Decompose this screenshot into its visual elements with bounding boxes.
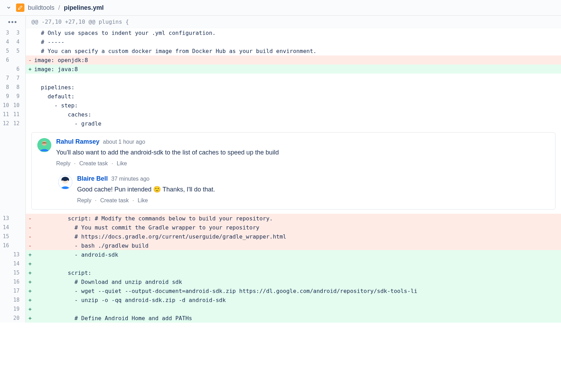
gutter-row[interactable]: 16 xyxy=(0,277,25,286)
code-line[interactable]: caches: xyxy=(26,110,561,119)
code-content: - step: xyxy=(34,102,78,109)
gutter-row[interactable]: 77 xyxy=(0,74,25,83)
comment-text: You'll also want to add the android-sdk … xyxy=(56,148,549,157)
gutter-row[interactable]: 15 xyxy=(0,268,25,277)
comment-author[interactable]: Rahul Ramsey xyxy=(56,138,99,145)
like-button[interactable]: Like xyxy=(137,197,148,203)
file-path[interactable]: buildtools / pipelines.yml xyxy=(28,4,104,12)
old-line-number: 10 xyxy=(0,102,10,108)
gutter-row[interactable]: 55 xyxy=(0,46,25,55)
gutter-row[interactable]: 88 xyxy=(0,83,25,92)
gutter-row[interactable]: 6 xyxy=(0,55,25,65)
code-content: # You can specify a custom docker image … xyxy=(34,48,316,54)
code-line[interactable]: default: xyxy=(26,92,561,101)
code-line[interactable]: + - unzip -o -qq android-sdk.zip -d andr… xyxy=(26,295,561,304)
code-line[interactable]: + script: xyxy=(26,268,561,277)
code-content: # Only use spaces to indent your .yml co… xyxy=(34,30,216,36)
file-name: pipelines.yml xyxy=(64,4,104,11)
code-line[interactable]: pipelines: xyxy=(26,83,561,92)
diff-marker xyxy=(26,84,34,91)
code-content: # You must commit the Gradle wrapper to … xyxy=(34,224,259,231)
create-task-button[interactable]: Create task xyxy=(100,197,129,203)
new-line-number: 9 xyxy=(10,93,21,99)
comment-timestamp: 37 minutes ago xyxy=(111,176,149,182)
reply-button[interactable]: Reply xyxy=(56,160,70,166)
gutter-row[interactable]: 17 xyxy=(0,286,25,295)
old-line-number: 14 xyxy=(0,224,10,231)
diff-marker: + xyxy=(26,270,34,276)
code-line[interactable]: +image: java:8 xyxy=(26,65,561,74)
like-button[interactable]: Like xyxy=(117,160,127,166)
gutter-row[interactable]: 33 xyxy=(0,28,25,37)
code-line[interactable]: + # Define Android Home and add PATHs xyxy=(26,314,561,323)
old-line-number: 13 xyxy=(0,215,10,221)
comment-author[interactable]: Blaire Bell xyxy=(77,175,108,182)
gutter-row[interactable]: 6 xyxy=(0,65,25,74)
code-line[interactable]: + xyxy=(26,259,561,268)
code-line[interactable]: # ----- xyxy=(26,37,561,46)
code-line[interactable]: # Only use spaces to indent your .yml co… xyxy=(26,28,561,37)
gutter-row[interactable]: 1212 xyxy=(0,119,25,128)
old-line-number: 8 xyxy=(0,84,10,90)
gutter-row[interactable]: 19 xyxy=(0,304,25,314)
code-content: # ----- xyxy=(34,39,65,45)
diff-marker: - xyxy=(26,224,34,231)
code-line[interactable]: # You can specify a custom docker image … xyxy=(26,46,561,55)
old-line-number: 3 xyxy=(0,30,10,36)
comment-timestamp: about 1 hour ago xyxy=(103,139,145,145)
diff-marker: + xyxy=(26,66,34,73)
code-line[interactable] xyxy=(26,74,561,83)
code-content: # https://docs.gradle.org/current/usergu… xyxy=(34,233,286,240)
code-line[interactable]: + # Download and unzip android sdk xyxy=(26,277,561,286)
gutter-row[interactable]: 18 xyxy=(0,295,25,304)
new-line-number: 11 xyxy=(10,111,21,118)
new-line-number: 14 xyxy=(10,261,21,267)
new-line-number: 12 xyxy=(10,120,21,127)
chevron-down-icon[interactable] xyxy=(6,5,12,11)
avatar[interactable] xyxy=(37,138,51,152)
code-content: image: openjdk:8 xyxy=(34,57,88,63)
gutter-row[interactable]: 44 xyxy=(0,37,25,46)
old-line-number: 16 xyxy=(0,242,10,249)
code-line[interactable]: + - android-sdk xyxy=(26,250,561,259)
gutter-row[interactable]: 99 xyxy=(0,92,25,101)
gutter-row[interactable]: 16 xyxy=(0,241,25,250)
gutter-row[interactable]: 14 xyxy=(0,259,25,268)
reply-button[interactable]: Reply xyxy=(77,197,91,203)
more-actions-button[interactable]: ••• xyxy=(0,16,25,28)
code-line[interactable]: - # You must commit the Gradle wrapper t… xyxy=(26,223,561,232)
gutter-row[interactable]: 13 xyxy=(0,214,25,223)
gutter-row[interactable]: 14 xyxy=(0,223,25,232)
code-line[interactable]: - script: # Modify the commands below to… xyxy=(26,214,561,223)
code-line[interactable]: - gradle xyxy=(26,119,561,128)
diff-marker xyxy=(26,111,34,118)
new-line-number: 16 xyxy=(10,279,21,285)
diff-marker: + xyxy=(26,306,34,312)
code-line[interactable]: - - bash ./gradlew build xyxy=(26,241,561,250)
code-content: - android-sdk xyxy=(34,251,118,258)
comment-body: Blaire Bell 37 minutes ago Good cache! P… xyxy=(77,175,549,204)
old-line-number: 6 xyxy=(0,57,10,63)
comment-actions: Reply · Create task · Like xyxy=(77,197,549,204)
diff-marker: - xyxy=(26,215,34,222)
code-line[interactable]: - # https://docs.gradle.org/current/user… xyxy=(26,232,561,241)
avatar[interactable] xyxy=(58,175,72,189)
code-line[interactable]: + xyxy=(26,304,561,314)
diff-marker xyxy=(26,120,34,127)
new-line-number: 18 xyxy=(10,297,21,303)
code-content: - wget --quiet --output-document=android… xyxy=(34,288,417,294)
gutter-row[interactable]: 20 xyxy=(0,314,25,323)
code-line[interactable]: -image: openjdk:8 xyxy=(26,55,561,65)
old-line-number: 11 xyxy=(0,111,10,118)
create-task-button[interactable]: Create task xyxy=(79,160,108,166)
gutter-row[interactable]: 13 xyxy=(0,250,25,259)
old-line-number: 5 xyxy=(0,48,10,54)
new-line-number: 19 xyxy=(10,306,21,312)
gutter-row[interactable]: 1010 xyxy=(0,101,25,110)
gutter-row[interactable]: 15 xyxy=(0,232,25,241)
code-line[interactable]: + - wget --quiet --output-document=andro… xyxy=(26,286,561,295)
diff-marker xyxy=(26,48,34,54)
diff-marker xyxy=(26,30,34,36)
code-line[interactable]: - step: xyxy=(26,101,561,110)
gutter-row[interactable]: 1111 xyxy=(0,110,25,119)
